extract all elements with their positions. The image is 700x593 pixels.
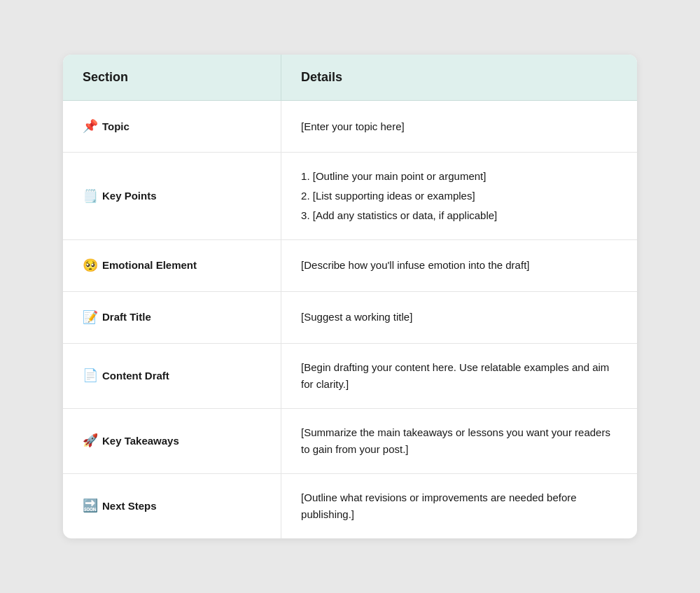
section-cell-0: 📌Topic	[63, 101, 281, 153]
section-label-1: 🗒️Key Points	[83, 186, 261, 207]
details-text-5: [Summarize the main takeaways or lessons…	[301, 426, 610, 455]
section-name-4: Content Draft	[102, 368, 169, 384]
details-cell-2: [Describe how you'll infuse emotion into…	[281, 240, 637, 292]
section-label-5: 🚀Key Takeaways	[83, 431, 261, 451]
list-item-1-2: 3. [Add any statistics or data, if appli…	[301, 207, 617, 224]
header-section: Section	[63, 55, 281, 101]
section-label-6: 🔜Next Steps	[83, 496, 261, 516]
section-cell-1: 🗒️Key Points	[63, 153, 281, 240]
section-icon-2: 🥺	[83, 256, 98, 276]
section-cell-4: 📄Content Draft	[63, 343, 281, 408]
section-name-6: Next Steps	[102, 498, 157, 515]
section-label-3: 📝Draft Title	[83, 307, 261, 328]
section-cell-2: 🥺Emotional Element	[63, 240, 281, 292]
section-icon-0: 📌	[83, 116, 98, 137]
section-icon-3: 📝	[83, 307, 98, 328]
details-text-6: [Outline what revisions or improvements …	[301, 491, 577, 520]
table-row: 🗒️Key Points1. [Outline your main point …	[63, 153, 637, 240]
section-label-0: 📌Topic	[83, 116, 261, 137]
main-table-container: Section Details 📌Topic[Enter your topic …	[63, 55, 637, 538]
list-item-1-0: 1. [Outline your main point or argument]	[301, 168, 617, 185]
details-cell-1: 1. [Outline your main point or argument]…	[281, 153, 637, 240]
table-row: 📌Topic[Enter your topic here]	[63, 101, 637, 153]
section-cell-3: 📝Draft Title	[63, 291, 281, 343]
section-label-4: 📄Content Draft	[83, 365, 261, 386]
table-row: 🥺Emotional Element[Describe how you'll i…	[63, 240, 637, 292]
section-icon-5: 🚀	[83, 431, 98, 451]
section-name-2: Emotional Element	[102, 257, 197, 274]
section-cell-5: 🚀Key Takeaways	[63, 408, 281, 473]
section-icon-6: 🔜	[83, 496, 98, 516]
section-cell-6: 🔜Next Steps	[63, 473, 281, 538]
details-cell-4: [Begin drafting your content here. Use r…	[281, 343, 637, 408]
table-row: 📄Content Draft[Begin drafting your conte…	[63, 343, 637, 408]
details-cell-3: [Suggest a working title]	[281, 291, 637, 343]
header-details: Details	[281, 55, 637, 101]
details-text-2: [Describe how you'll infuse emotion into…	[301, 259, 529, 271]
section-icon-1: 🗒️	[83, 186, 98, 207]
section-name-0: Topic	[102, 118, 130, 135]
details-cell-5: [Summarize the main takeaways or lessons…	[281, 408, 637, 473]
section-name-5: Key Takeaways	[102, 433, 179, 449]
table-header-row: Section Details	[63, 55, 637, 101]
table-row: 🚀Key Takeaways[Summarize the main takeaw…	[63, 408, 637, 473]
details-cell-6: [Outline what revisions or improvements …	[281, 473, 637, 538]
table-row: 📝Draft Title[Suggest a working title]	[63, 291, 637, 343]
section-name-3: Draft Title	[102, 309, 151, 326]
details-text-0: [Enter your topic here]	[301, 120, 405, 132]
content-table: Section Details 📌Topic[Enter your topic …	[63, 55, 637, 538]
list-item-1-1: 2. [List supporting ideas or examples]	[301, 188, 617, 204]
details-cell-0: [Enter your topic here]	[281, 101, 637, 153]
section-icon-4: 📄	[83, 365, 98, 386]
details-text-3: [Suggest a working title]	[301, 311, 412, 323]
section-name-1: Key Points	[102, 188, 157, 204]
table-row: 🔜Next Steps[Outline what revisions or im…	[63, 473, 637, 538]
details-list-1: 1. [Outline your main point or argument]…	[301, 168, 617, 224]
details-text-4: [Begin drafting your content here. Use r…	[301, 361, 609, 390]
section-label-2: 🥺Emotional Element	[83, 256, 261, 276]
